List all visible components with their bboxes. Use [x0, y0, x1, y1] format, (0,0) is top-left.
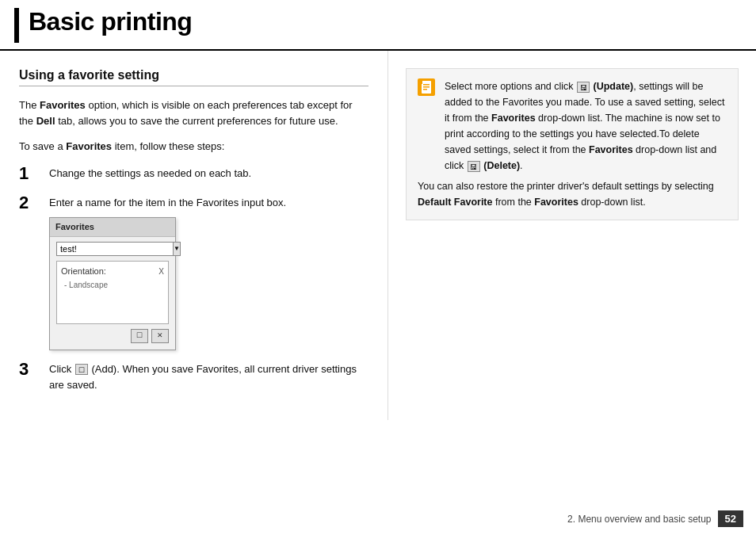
note-text: Select more options and click 🖫 (Update)…	[445, 78, 727, 174]
favorites-name-input[interactable]	[56, 242, 174, 256]
svg-rect-4	[421, 80, 422, 84]
step-content-1: Change the settings as needed on each ta…	[49, 166, 368, 182]
right-column: Select more options and click 🖫 (Update)…	[388, 51, 756, 420]
section-heading: Using a favorite setting	[19, 68, 368, 86]
add-paren: (Add)	[91, 363, 116, 375]
title-accent-bar	[14, 8, 19, 43]
favorites-buttons: ☐ ✕	[56, 329, 169, 343]
step-item-1: 1 Change the settings as needed on each …	[19, 166, 368, 183]
delete-icon-inline: 🖫	[468, 161, 480, 172]
orientation-label: Orientation:	[61, 265, 106, 278]
favorites-bold-note1: Favorites	[491, 113, 536, 124]
favorites-dialog-body: ▼ Orientation: X - Landscape ☐	[50, 237, 175, 350]
step-item-3: 3 Click ☐ (Add). When you save Favorites…	[19, 361, 368, 393]
favorites-bold-2: Favorites	[66, 140, 112, 152]
favorites-bold-note2: Favorites	[589, 144, 633, 155]
step-content-2: Enter a name for the item in the Favorit…	[49, 195, 368, 350]
intro-paragraph-2: To save a Favorites item, follow these s…	[19, 139, 368, 155]
favorites-dialog: Favorites ▼ Orientation: X	[49, 217, 176, 350]
favorites-list-sub: - Landscape	[61, 279, 164, 292]
favorites-bold-step3: Favorites	[197, 363, 239, 375]
step-1-text: Change the settings as needed on each ta…	[49, 167, 251, 179]
update-icon-inline: 🖫	[577, 82, 590, 93]
main-content: Using a favorite setting The Favorites o…	[0, 51, 756, 420]
note-box: Select more options and click 🖫 (Update)…	[406, 68, 739, 220]
page-number-badge: 52	[718, 510, 743, 527]
page-footer: 2. Menu overview and basic setup 52	[567, 510, 743, 527]
step-number-2: 2	[19, 193, 41, 212]
dell-bold: Dell	[36, 115, 55, 127]
page-title: Basic printing	[29, 8, 192, 43]
note-text-2: You can also restore the printer driver'…	[418, 178, 727, 210]
favorites-list-area: Orientation: X - Landscape	[56, 261, 169, 324]
step-list: 1 Change the settings as needed on each …	[19, 166, 368, 393]
favorites-dropdown-arrow[interactable]: ▼	[174, 242, 181, 256]
page-header: Basic printing	[0, 0, 756, 51]
left-column: Using a favorite setting The Favorites o…	[0, 51, 388, 420]
add-icon-inline: ☐	[75, 364, 88, 375]
favorites-bold-step2: Favorites	[197, 197, 239, 208]
svg-rect-1	[423, 84, 430, 86]
delete-bold: (Delete)	[483, 160, 520, 171]
footer-text: 2. Menu overview and basic setup	[567, 514, 711, 525]
update-bold: (Update)	[594, 81, 634, 92]
svg-rect-2	[423, 86, 430, 88]
favorites-list-row-1: Orientation: X	[61, 264, 164, 279]
favorites-bold-1: Favorites	[40, 99, 86, 111]
favorites-input-row: ▼	[56, 242, 169, 256]
step-number-1: 1	[19, 164, 41, 183]
orientation-close[interactable]: X	[158, 266, 164, 278]
favorites-bold-note3: Favorites	[534, 197, 578, 208]
fav-delete-btn[interactable]: ✕	[151, 329, 169, 343]
intro-paragraph-1: The Favorites option, which is visible o…	[19, 97, 368, 129]
step-item-2: 2 Enter a name for the item in the Favor…	[19, 195, 368, 350]
favorites-dialog-title: Favorites	[50, 218, 175, 237]
step-content-3: Click ☐ (Add). When you save Favorites, …	[49, 361, 368, 393]
note-icon	[418, 78, 435, 96]
default-favorite-bold: Default Favorite	[418, 197, 492, 208]
fav-add-btn[interactable]: ☐	[131, 329, 148, 343]
svg-rect-3	[423, 89, 427, 90]
note-icon-inner	[418, 78, 435, 96]
step-number-3: 3	[19, 360, 41, 379]
note-header-row: Select more options and click 🖫 (Update)…	[418, 78, 727, 174]
